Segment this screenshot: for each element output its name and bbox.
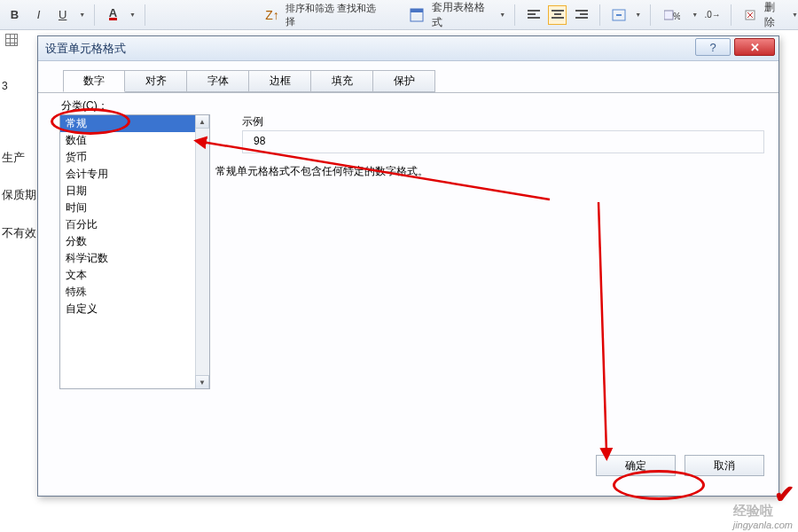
chevron-down-icon[interactable]: ▼ [635,12,641,18]
category-listbox[interactable]: 常规 数值 货币 会计专用 日期 时间 百分比 分数 科学记数 文本 特殊 自定… [59,114,210,389]
ok-button[interactable]: 确定 [596,455,676,476]
tab-border[interactable]: 边框 [249,70,311,92]
tab-number[interactable]: 数字 [63,70,125,92]
merge-button[interactable] [609,5,628,25]
list-item[interactable]: 科学记数 [60,250,195,267]
cell-text: 保质期 [2,188,36,203]
list-item[interactable]: 分数 [60,233,195,250]
list-item[interactable]: 时间 [60,200,195,216]
cell-ref: 3 [2,80,36,94]
list-item[interactable]: 货币 [60,149,195,166]
tab-font[interactable]: 字体 [187,70,249,92]
tab-alignment[interactable]: 对齐 [125,70,187,92]
sort-icon: Z↑ [265,8,279,22]
close-button[interactable]: ✕ [734,38,775,56]
delete-icon [744,9,756,21]
cancel-button[interactable]: 取消 [685,455,764,476]
list-item[interactable]: 会计专用 [60,166,195,183]
table-format-label[interactable]: 套用表格格式 [432,0,493,30]
scroll-up-icon[interactable]: ▲ [195,114,209,129]
scroll-down-icon[interactable]: ▼ [195,375,209,389]
svg-rect-1 [411,9,423,12]
chevron-down-icon[interactable]: ▼ [499,12,505,18]
dialog-title: 设置单元格格式 [45,41,126,57]
help-button[interactable]: ? [695,38,731,56]
italic-button[interactable]: I [29,5,48,25]
table-icon [410,8,424,22]
example-label: 示例 [242,114,263,129]
chevron-down-icon[interactable]: ▼ [79,12,85,18]
help-icon: ? [709,41,716,54]
tab-bar: 数字 对齐 字体 边框 填充 保护 [38,70,778,93]
tab-protection[interactable]: 保护 [373,70,435,92]
chevron-down-icon[interactable]: ▼ [129,12,136,18]
align-center-button[interactable] [548,5,567,25]
format-cells-dialog: 设置单元格格式 ? ✕ 数字 对齐 字体 边框 填充 保护 分类(C)： 常规 … [37,35,779,497]
table-format-icon[interactable] [408,5,426,25]
list-item[interactable]: 自定义 [60,301,195,317]
sort-filter-label: 排序和筛选 查找和选择 [286,2,381,28]
example-value: 98 [242,130,764,153]
delete-button[interactable] [740,5,759,25]
watermark: 经验啦jingyanla.com [733,503,793,530]
list-item[interactable]: 数值 [60,132,195,149]
format-description: 常规单元格格式不包含任何特定的数字格式。 [215,164,428,179]
list-item[interactable]: 百分比 [60,216,195,233]
sort-filter-button[interactable]: Z↑ [261,5,284,25]
underline-button[interactable]: U [53,5,72,25]
svg-rect-3 [664,11,673,20]
list-item[interactable]: 文本 [60,267,195,284]
scrollbar[interactable]: ▲ ▼ [195,115,209,388]
delete-label[interactable]: 删除 [764,0,785,30]
chevron-down-icon[interactable]: ▼ [792,12,798,18]
chevron-down-icon[interactable]: ▼ [692,12,698,18]
background-cells: 3 生产 保质期 不有效 [2,80,36,264]
font-color-button[interactable]: A [104,5,122,25]
tab-fill[interactable]: 填充 [311,70,373,92]
list-item[interactable]: 日期 [60,183,195,200]
percent-button[interactable]: % [660,5,685,25]
dialog-body: 分类(C)： 常规 数值 货币 会计专用 日期 时间 百分比 分数 科学记数 文… [38,93,778,485]
close-icon: ✕ [750,41,760,54]
list-item[interactable]: 常规 [60,115,195,132]
category-label: 分类(C)： [61,98,108,113]
align-right-button[interactable] [572,5,591,25]
svg-text:%: % [673,12,680,21]
cell-text: 不有效 [2,226,36,241]
increase-decimal-button[interactable]: .0→ [703,5,722,25]
cell-text: 生产 [2,151,36,166]
list-item[interactable]: 特殊 [60,284,195,301]
dialog-titlebar[interactable]: 设置单元格格式 ? ✕ [38,36,778,61]
percent-icon: % [664,9,680,21]
bold-button[interactable]: B [5,5,24,25]
borders-icon[interactable] [5,34,18,46]
align-left-button[interactable] [524,5,543,25]
ribbon: B I U▼ A ▼ Z↑ 排序和筛选 查找和选择 套用表格格式▼ ▼ % ▼ … [0,0,798,30]
